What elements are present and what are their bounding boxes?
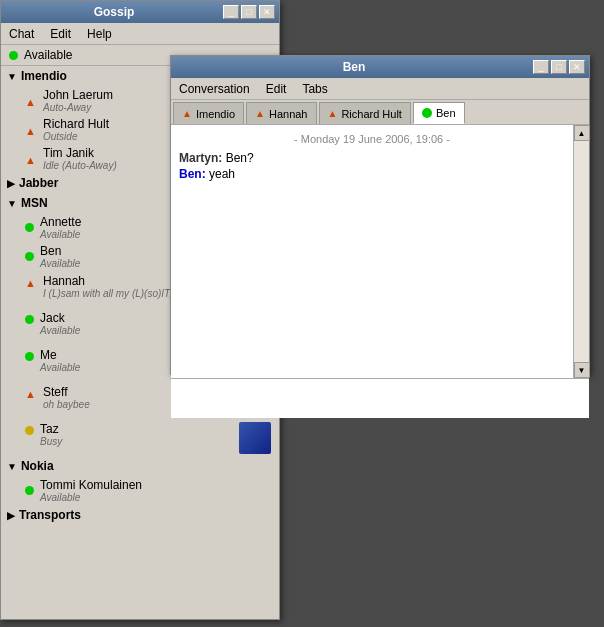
- tab-ben[interactable]: Ben: [413, 102, 465, 124]
- ben-menubar: Conversation Edit Tabs: [171, 78, 589, 100]
- ben-tab-icon: [422, 108, 432, 118]
- ben-menu-tabs[interactable]: Tabs: [298, 82, 331, 96]
- chat-sender-martyn: Martyn:: [179, 151, 226, 165]
- tab-hannah[interactable]: ▲ Hannah: [246, 102, 316, 124]
- gossip-titlebar-controls: _ □ ✕: [223, 5, 275, 19]
- ben-window: Ben _ □ ✕ Conversation Edit Tabs ▲ Imend…: [170, 55, 590, 375]
- ben-status-icon: [25, 252, 34, 261]
- tommi-name: Tommi Komulainen: [40, 478, 271, 492]
- group-transports[interactable]: ▶ Transports: [1, 505, 279, 525]
- ben-close-btn[interactable]: ✕: [569, 60, 585, 74]
- tim-status-icon: [25, 153, 37, 165]
- richard-tab-label: Richard Hult: [341, 108, 402, 120]
- ben-menu-edit[interactable]: Edit: [262, 82, 291, 96]
- gossip-menu-edit[interactable]: Edit: [46, 27, 75, 41]
- taz-name: Taz: [40, 422, 233, 436]
- tab-bar: ▲ Imendio ▲ Hannah ▲ Richard Hult Ben: [171, 100, 589, 125]
- status-indicator: [9, 51, 18, 60]
- contact-tommi[interactable]: Tommi Komulainen Available: [1, 476, 279, 505]
- group-transports-label: Transports: [19, 508, 81, 522]
- richard-status-icon: [25, 124, 37, 136]
- group-msn-label: MSN: [21, 196, 48, 210]
- hannah-status-icon: [25, 276, 37, 288]
- group-nokia-arrow: ▼: [7, 461, 17, 472]
- group-jabber-arrow: ▶: [7, 178, 15, 189]
- ben-tab-label: Ben: [436, 107, 456, 119]
- me-status-icon: [25, 352, 34, 361]
- chat-msg-2: Ben: yeah: [179, 167, 565, 181]
- john-status-icon: [25, 95, 37, 107]
- tommi-status-icon: [25, 486, 34, 495]
- scroll-up-btn[interactable]: ▲: [574, 125, 590, 141]
- scroll-track[interactable]: [574, 141, 589, 362]
- scroll-down-btn[interactable]: ▼: [574, 362, 590, 378]
- group-msn-arrow: ▼: [7, 198, 17, 209]
- gossip-close-btn[interactable]: ✕: [259, 5, 275, 19]
- gossip-menubar: Chat Edit Help: [1, 23, 279, 45]
- chat-input-area: [171, 378, 589, 418]
- chat-msg-1: Martyn: Ben?: [179, 151, 565, 165]
- hannah-tab-icon: ▲: [255, 108, 265, 119]
- chat-date: - Monday 19 June 2006, 19:06 -: [179, 133, 565, 145]
- ben-maximize-btn[interactable]: □: [551, 60, 567, 74]
- ben-titlebar: Ben _ □ ✕: [171, 56, 589, 78]
- taz-status: Busy: [40, 436, 233, 447]
- jack-status-icon: [25, 315, 34, 324]
- tab-imendio[interactable]: ▲ Imendio: [173, 102, 244, 124]
- hannah-tab-label: Hannah: [269, 108, 308, 120]
- chat-content: - Monday 19 June 2006, 19:06 - Martyn: B…: [171, 125, 573, 378]
- imendio-tab-icon: ▲: [182, 108, 192, 119]
- tab-richard-hult[interactable]: ▲ Richard Hult: [319, 102, 411, 124]
- chat-input[interactable]: [175, 383, 585, 414]
- imendio-tab-label: Imendio: [196, 108, 235, 120]
- gossip-menu-help[interactable]: Help: [83, 27, 116, 41]
- contact-taz[interactable]: Taz Busy: [1, 419, 279, 456]
- group-imendio-arrow: ▼: [7, 71, 17, 82]
- ben-menu-conversation[interactable]: Conversation: [175, 82, 254, 96]
- steff-status-icon: [25, 387, 37, 399]
- gossip-title: Gossip: [5, 5, 223, 19]
- chat-text-2: yeah: [209, 167, 235, 181]
- group-imendio-label: Imendio: [21, 69, 67, 83]
- richard-tab-icon: ▲: [328, 108, 338, 119]
- conv-area: - Monday 19 June 2006, 19:06 - Martyn: B…: [171, 125, 589, 378]
- taz-avatar: [239, 422, 271, 454]
- status-label: Available: [24, 48, 72, 62]
- ben-title: Ben: [175, 60, 533, 74]
- group-transports-arrow: ▶: [7, 510, 15, 521]
- annette-status-icon: [25, 223, 34, 232]
- group-nokia-label: Nokia: [21, 459, 54, 473]
- gossip-maximize-btn[interactable]: □: [241, 5, 257, 19]
- chat-scrollbar[interactable]: ▲ ▼: [573, 125, 589, 378]
- gossip-titlebar: Gossip _ □ ✕: [1, 1, 279, 23]
- group-jabber-label: Jabber: [19, 176, 58, 190]
- chat-text-1: Ben?: [226, 151, 254, 165]
- ben-titlebar-controls: _ □ ✕: [533, 60, 585, 74]
- taz-status-icon: [25, 426, 34, 435]
- ben-minimize-btn[interactable]: _: [533, 60, 549, 74]
- gossip-minimize-btn[interactable]: _: [223, 5, 239, 19]
- group-nokia[interactable]: ▼ Nokia: [1, 456, 279, 476]
- gossip-menu-chat[interactable]: Chat: [5, 27, 38, 41]
- tommi-status: Available: [40, 492, 271, 503]
- chat-sender-ben: Ben:: [179, 167, 209, 181]
